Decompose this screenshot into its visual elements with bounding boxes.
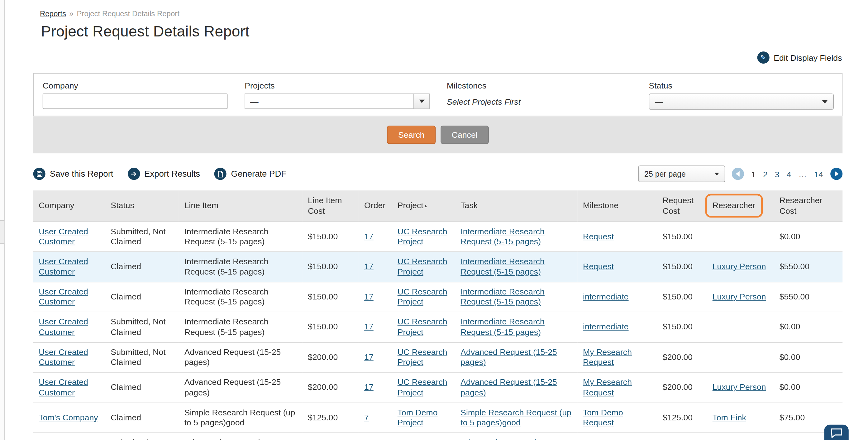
page-number-14[interactable]: 14	[814, 169, 823, 179]
column-header-order[interactable]: Order	[359, 190, 392, 221]
cell-link-order[interactable]: 17	[364, 261, 374, 271]
projects-dropdown[interactable]: —	[245, 93, 429, 109]
cell-link-order[interactable]: 17	[364, 231, 374, 241]
page-number-3[interactable]: 3	[775, 169, 779, 179]
cell-line_item: Advanced Request (15-25 pages)	[179, 342, 302, 372]
cell-link-researcher[interactable]: Luxury Person	[713, 382, 766, 392]
cell-link-project[interactable]: UC Research Project	[398, 377, 447, 397]
breadcrumb-reports-link[interactable]: Reports	[40, 9, 66, 18]
projects-dropdown-button[interactable]	[413, 94, 429, 108]
status-select[interactable]: —	[649, 93, 833, 110]
cell-link-task[interactable]: Intermediate Research Request (5-15 page…	[461, 226, 545, 246]
cell-status: Submitted, Not Claimed	[105, 433, 179, 440]
next-page-button[interactable]	[830, 168, 842, 180]
edit-display-fields-button[interactable]: ✎ Edit Display Fields	[757, 52, 842, 64]
cell-link-task[interactable]: Intermediate Research Request (5-15 page…	[461, 256, 545, 276]
cell-link-company[interactable]: Tom's Company	[39, 412, 98, 421]
cell-link-researcher[interactable]: Luxury Person	[713, 261, 766, 271]
cell-link-project[interactable]: Tom Demo Project	[398, 407, 438, 427]
cell-line_item: Advanced Request (15-25 pages)	[179, 372, 302, 403]
edit-display-fields-label: Edit Display Fields	[774, 53, 842, 62]
column-header-company[interactable]: Company	[33, 190, 105, 221]
save-report-button[interactable]: Save this Report	[33, 168, 114, 180]
cell-link-task[interactable]: Advanced Request (15-25 pages)	[461, 377, 557, 397]
page-number-4[interactable]: 4	[787, 169, 792, 179]
cell-link-order[interactable]: 7	[364, 412, 369, 421]
column-header-researcher[interactable]: Researcher	[707, 190, 774, 221]
cell-link-project[interactable]: UC Research Project	[398, 226, 447, 246]
cell-link-project[interactable]: UC Research Project	[398, 347, 447, 367]
cell-order: 17	[359, 342, 392, 372]
cell-link-milestone[interactable]: My Research Request	[583, 347, 632, 367]
cell-link-company[interactable]: User Created Customer	[39, 377, 88, 397]
prev-page-button[interactable]	[732, 168, 744, 180]
cell-link-task[interactable]: Advanced Request (15-25 pages)	[461, 438, 557, 440]
column-header-request_cost[interactable]: Request Cost	[657, 190, 707, 221]
cell-link-company[interactable]: User Created Customer	[39, 256, 88, 276]
column-header-line_item_cost[interactable]: Line Item Cost	[302, 190, 359, 221]
table-row: User Created CustomerSubmitted, Not Clai…	[33, 342, 843, 372]
cell-link-project[interactable]: UC Research Project	[398, 286, 447, 306]
search-button[interactable]: Search	[387, 126, 436, 144]
export-icon	[128, 168, 140, 180]
cell-order: 17	[359, 282, 392, 312]
cell-link-milestone[interactable]: intermediate	[583, 292, 629, 301]
column-header-milestone[interactable]: Milestone	[577, 190, 657, 221]
cell-link-milestone[interactable]: Request	[583, 261, 614, 271]
cell-project: Testing	[392, 433, 455, 440]
cell-link-company[interactable]: User Created Customer	[39, 317, 88, 337]
toolbar-right: 25 per page 1234…14	[639, 165, 843, 182]
cell-link-order[interactable]: 17	[364, 382, 374, 392]
cell-link-order[interactable]: 17	[364, 352, 374, 362]
company-input[interactable]	[43, 93, 227, 109]
column-header-label: Order	[364, 201, 385, 210]
per-page-value: 25 per page	[644, 169, 686, 178]
page-numbers: 1234…14	[751, 169, 823, 179]
column-header-task[interactable]: Task	[455, 190, 578, 221]
cell-line_item: Intermediate Research Request (5-15 page…	[179, 312, 302, 342]
company-label: Company	[43, 81, 245, 90]
cell-line_item: Intermediate Research Request (5-15 page…	[179, 222, 302, 252]
cell-request_cost: $200.00	[657, 433, 707, 440]
cell-link-project[interactable]: UC Research Project	[398, 256, 447, 276]
cell-link-milestone[interactable]: intermediate	[583, 322, 629, 331]
cell-link-milestone[interactable]: Tom Demo Request	[583, 407, 623, 427]
table-row: User Created CustomerClaimedIntermediate…	[33, 282, 843, 312]
cell-link-order[interactable]: 17	[364, 292, 374, 301]
column-header-label: Researcher Cost	[779, 195, 823, 215]
results-table-container: CompanyStatusLine ItemLine Item CostOrde…	[33, 190, 843, 440]
cell-link-task[interactable]: Intermediate Research Request (5-15 page…	[461, 317, 545, 337]
cell-link-researcher[interactable]: Tom Fink	[713, 412, 746, 421]
cell-link-task[interactable]: Advanced Request (15-25 pages)	[461, 347, 557, 367]
per-page-select[interactable]: 25 per page	[639, 165, 725, 182]
cell-link-task[interactable]: Intermediate Research Request (5-15 page…	[461, 286, 545, 306]
cell-link-milestone[interactable]: Request	[583, 231, 614, 241]
column-header-researcher_cost[interactable]: Researcher Cost	[774, 190, 842, 221]
column-header-status[interactable]: Status	[105, 190, 179, 221]
cell-link-company[interactable]: User Created Customer	[39, 226, 88, 246]
cell-line_item_cost: $125.00	[302, 403, 359, 433]
column-header-line_item[interactable]: Line Item	[179, 190, 302, 221]
export-results-button[interactable]: Export Results	[128, 168, 200, 180]
cell-link-company[interactable]: User Created Customer	[39, 347, 88, 367]
cell-company: User Created Customer	[33, 342, 105, 372]
cancel-button[interactable]: Cancel	[440, 126, 489, 144]
page-number-2[interactable]: 2	[763, 169, 768, 179]
cell-request_cost: $150.00	[657, 222, 707, 252]
cell-request_cost: $200.00	[657, 372, 707, 403]
cell-link-company[interactable]: User Created Customer	[39, 286, 88, 306]
cell-company: User Created Customer	[33, 312, 105, 342]
cell-company: User Created Customer	[33, 252, 105, 282]
cell-line_item: Simple Research Request (up to 5 pages)g…	[179, 403, 302, 433]
cell-link-project[interactable]: UC Research Project	[398, 317, 447, 337]
cell-link-order[interactable]: 17	[364, 322, 374, 331]
cell-link-milestone[interactable]: My Research Request	[583, 377, 632, 397]
cell-link-researcher[interactable]: Luxury Person	[713, 292, 766, 301]
cell-researcher: Luxury Person	[707, 372, 774, 403]
chat-widget-button[interactable]	[825, 425, 849, 440]
sidebar-collapse-handle[interactable]	[0, 220, 4, 244]
cell-link-task[interactable]: Simple Research Request (up to 5 pages)g…	[461, 407, 571, 427]
column-header-project[interactable]: Project▴	[392, 190, 455, 221]
page-number-1[interactable]: 1	[751, 169, 756, 179]
generate-pdf-button[interactable]: Generate PDF	[214, 168, 286, 180]
